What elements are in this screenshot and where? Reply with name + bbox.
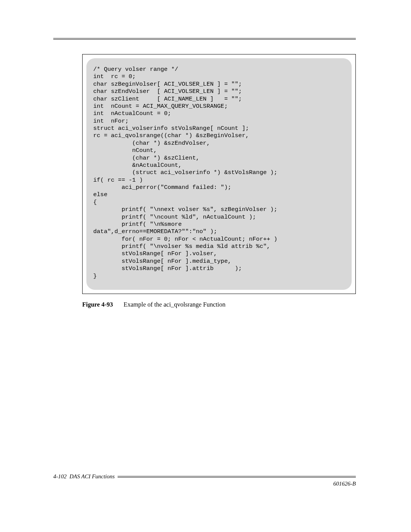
footer-left: 4-102 DAS ACI Functions	[53, 473, 118, 480]
footer-docid: 601626-B	[53, 481, 356, 487]
page-frame: /* Query volser range */ int rc = 0; cha…	[53, 38, 356, 479]
footer-page: 4-102	[53, 473, 67, 479]
top-rule	[53, 38, 356, 40]
figure-text: Example of the aci_qvolsrange Function	[124, 301, 226, 308]
code-inner: /* Query volser range */ int rc = 0; cha…	[86, 58, 352, 290]
footer-section: DAS ACI Functions	[70, 473, 115, 479]
figure-caption: Figure 4-93Example of the aci_qvolsrange…	[82, 301, 356, 308]
page-footer: 4-102 DAS ACI Functions 601626-B	[53, 473, 356, 487]
figure-label: Figure 4-93	[82, 301, 113, 308]
footer-rule	[118, 476, 356, 478]
code-listing: /* Query volser range */ int rc = 0; cha…	[93, 66, 345, 280]
footer-rule-wrap: 4-102 DAS ACI Functions	[53, 473, 356, 480]
code-box: /* Query volser range */ int rc = 0; cha…	[82, 54, 356, 294]
